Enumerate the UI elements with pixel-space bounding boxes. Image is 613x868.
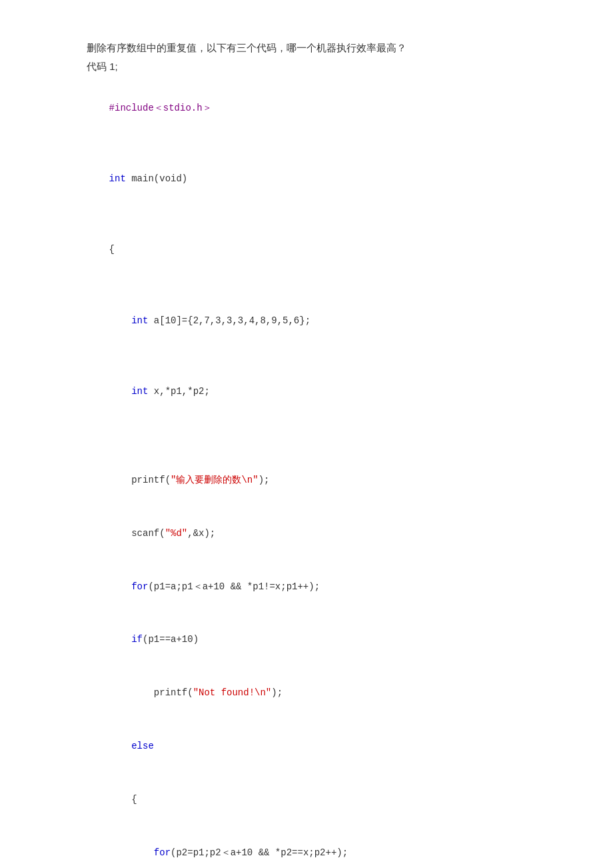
for2-line: for(p2=p1;p2＜a+10 && *p2==x;p2++);	[87, 826, 526, 868]
scanf1-indent	[109, 528, 132, 539]
intro-line1: 删除有序数组中的重复值，以下有三个代码，哪一个机器执行效率最高？	[87, 40, 526, 56]
printf2-indent	[109, 687, 154, 698]
else1-line: else	[87, 719, 526, 773]
blank-line-4	[87, 347, 526, 365]
code-block: #include＜stdio.h＞ int main(void) { int a…	[87, 81, 526, 868]
printf1-string: "输入要删除的数\n"	[171, 475, 259, 485]
if1-rest: (p1==a+10)	[143, 634, 199, 645]
for1-indent	[109, 581, 132, 592]
scanf1-string: "%d"	[165, 528, 188, 539]
for2-kw: for	[154, 847, 171, 858]
printf2-string: "Not found!\n"	[193, 687, 272, 698]
blank-line-6	[87, 436, 526, 454]
var-decl-line: int x,*p1,*p2;	[87, 365, 526, 419]
for1-rest: (p1=a;p1＜a+10 && *p1!=x;p1++);	[148, 581, 320, 592]
array-decl-line: int a[10]={2,7,3,3,3,4,8,9,5,6};	[87, 294, 526, 347]
for1-line: for(p1=a;p1＜a+10 && *p1!=x;p1++);	[87, 560, 526, 613]
main-decl-line: int main(void)	[87, 152, 526, 205]
main-text: main(void)	[131, 173, 187, 184]
for1-kw: for	[131, 581, 148, 592]
if1-line: if(p1==a+10)	[87, 613, 526, 667]
blank-line-1	[87, 135, 526, 153]
scanf1-func: scanf(	[131, 528, 165, 539]
intro-section: 删除有序数组中的重复值，以下有三个代码，哪一个机器执行效率最高？ 代码 1;	[87, 40, 526, 75]
blank-line-5	[87, 418, 526, 436]
array-indent	[109, 315, 132, 326]
open-brace2-line: {	[87, 773, 526, 826]
printf1-close: );	[259, 475, 270, 485]
printf1-line: printf("输入要删除的数\n");	[87, 453, 526, 507]
open-brace2: {	[131, 794, 137, 805]
blank-line-3	[87, 277, 526, 295]
open-brace: {	[109, 244, 115, 255]
include-line: #include＜stdio.h＞	[87, 81, 526, 135]
else1-kw: else	[131, 741, 154, 751]
if1-indent	[109, 634, 132, 645]
scanf1-rest: ,&x);	[187, 528, 215, 539]
open-brace2-indent	[109, 794, 132, 805]
else1-indent	[109, 741, 132, 751]
printf2-line: printf("Not found!\n");	[87, 667, 526, 720]
int-kw-var: int	[131, 386, 154, 397]
blank-line-2	[87, 205, 526, 223]
for2-rest: (p2=p1;p2＜a+10 && *p2==x;p2++);	[171, 847, 348, 858]
var-decl-rest: x,*p1,*p2;	[154, 386, 210, 397]
printf1-func: printf(	[131, 475, 171, 485]
printf2-close: );	[271, 687, 283, 698]
int-keyword: int	[109, 173, 132, 184]
int-kw-array: int	[131, 315, 154, 326]
printf2-func: printf(	[154, 687, 193, 698]
if1-kw: if	[131, 634, 143, 645]
for2-indent	[109, 847, 154, 858]
var-indent	[109, 386, 132, 397]
scanf1-line: scanf("%d",&x);	[87, 507, 526, 560]
include-text: #include＜stdio.h＞	[109, 103, 212, 113]
open-brace-line: {	[87, 223, 526, 277]
printf1-indent	[109, 475, 132, 485]
array-decl-rest: a[10]={2,7,3,3,3,4,8,9,5,6};	[154, 315, 310, 326]
intro-line2: 代码 1;	[87, 59, 526, 75]
